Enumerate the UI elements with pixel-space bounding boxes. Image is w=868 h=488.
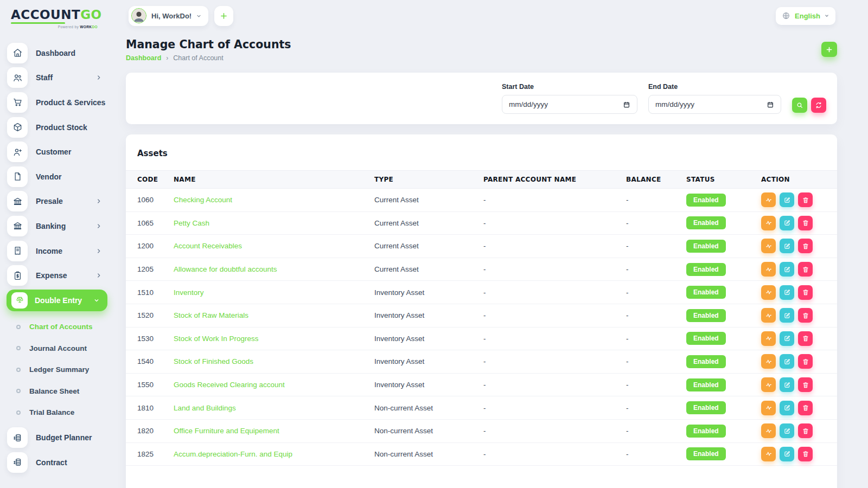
account-name-link[interactable]: Account Receivables <box>174 235 374 258</box>
sidebar-item-product-stock[interactable]: Product Stock <box>0 115 115 140</box>
submenu-item-journal-account[interactable]: Journal Account <box>0 337 115 359</box>
start-date-input[interactable]: mm/dd/yyyy <box>502 95 637 114</box>
account-name-link[interactable]: Office Furniture and Equipement <box>174 419 374 442</box>
edit-button[interactable] <box>780 423 794 438</box>
account-name-link[interactable]: Land and Buildings <box>174 396 374 420</box>
table-row: 1065Petty CashCurrent Asset--Enabled <box>126 211 837 235</box>
account-name-link[interactable]: Checking Account <box>174 189 374 212</box>
table-row: 1060Checking AccountCurrent Asset--Enabl… <box>126 189 837 212</box>
sidebar-item-staff[interactable]: Staff <box>0 66 115 91</box>
delete-button[interactable] <box>798 447 813 461</box>
quick-add-button[interactable] <box>214 6 233 26</box>
refresh-icon <box>815 101 822 109</box>
edit-button[interactable] <box>780 262 794 277</box>
search-button[interactable] <box>792 98 807 113</box>
delete-button[interactable] <box>798 308 813 323</box>
edit-button[interactable] <box>780 354 794 369</box>
sidebar-item-label: Customer <box>36 147 71 156</box>
language-selector[interactable]: English <box>776 7 835 25</box>
cell-parent: - <box>483 258 626 281</box>
edit-button[interactable] <box>780 401 794 415</box>
activity-button[interactable] <box>761 423 776 438</box>
activity-button[interactable] <box>761 216 776 230</box>
end-date-input[interactable]: mm/dd/yyyy <box>648 95 781 114</box>
trash-icon <box>802 312 809 319</box>
calendar-icon[interactable] <box>623 101 630 108</box>
cell-status: Enabled <box>686 235 761 258</box>
sidebar-item-double-entry[interactable]: Double Entry <box>7 290 107 311</box>
activity-button[interactable] <box>761 192 776 207</box>
submenu-item-balance-sheet[interactable]: Balance Sheet <box>0 380 115 402</box>
delete-button[interactable] <box>798 262 813 277</box>
edit-button[interactable] <box>780 239 794 253</box>
sidebar-item-label: Vendor <box>36 172 61 181</box>
cell-status: Enabled <box>686 419 761 442</box>
edit-button[interactable] <box>780 331 794 346</box>
delete-button[interactable] <box>798 377 813 392</box>
delete-button[interactable] <box>798 401 813 415</box>
edit-button[interactable] <box>780 377 794 392</box>
cell-code: 1810 <box>126 396 174 420</box>
delete-button[interactable] <box>798 239 813 253</box>
status-badge: Enabled <box>686 378 726 391</box>
account-name-link[interactable]: Stock of Work In Progress <box>174 327 374 350</box>
breadcrumb-dashboard-link[interactable]: Dashboard <box>126 54 161 62</box>
sidebar-item-product-services[interactable]: Product & Services <box>0 90 115 115</box>
sidebar-item-customer[interactable]: Customer <box>0 139 115 164</box>
submenu-item-ledger-summary[interactable]: Ledger Summary <box>0 359 115 381</box>
cell-status: Enabled <box>686 327 761 350</box>
activity-button[interactable] <box>761 401 776 415</box>
user-menu[interactable]: Hi, WorkDo! <box>129 6 208 26</box>
sidebar-item-label: Expense <box>36 271 67 280</box>
search-icon <box>796 101 803 109</box>
activity-button[interactable] <box>761 262 776 277</box>
reset-button[interactable] <box>811 98 826 113</box>
table-row: 1825Accum.depreciation-Furn. and EquipNo… <box>126 442 837 466</box>
account-name-link[interactable]: Inventory <box>174 281 374 304</box>
coins-icon <box>7 452 28 473</box>
delete-button[interactable] <box>798 354 813 369</box>
section-title: Assets <box>126 134 837 170</box>
cell-action <box>761 442 837 466</box>
account-name-link[interactable]: Stock of Finished Goods <box>174 350 374 374</box>
activity-button[interactable] <box>761 447 776 461</box>
activity-button[interactable] <box>761 331 776 346</box>
delete-button[interactable] <box>798 331 813 346</box>
sidebar-item-contract[interactable]: Contract <box>0 450 115 475</box>
sidebar-item-income[interactable]: Income <box>0 239 115 264</box>
activity-button[interactable] <box>761 354 776 369</box>
edit-button[interactable] <box>780 192 794 207</box>
sidebar-item-vendor[interactable]: Vendor <box>0 164 115 189</box>
edit-button[interactable] <box>780 216 794 230</box>
edit-button[interactable] <box>780 308 794 323</box>
delete-button[interactable] <box>798 192 813 207</box>
sidebar-item-expense[interactable]: Expense <box>0 263 115 288</box>
cell-code: 1820 <box>126 419 174 442</box>
edit-button[interactable] <box>780 285 794 300</box>
sidebar-item-label: Dashboard <box>36 49 75 57</box>
edit-icon <box>783 335 791 342</box>
sidebar-item-banking[interactable]: Banking <box>0 214 115 239</box>
add-account-button[interactable] <box>821 42 837 57</box>
account-name-link[interactable]: Stock of Raw Materials <box>174 304 374 327</box>
submenu-item-trial-balance[interactable]: Trial Balance <box>0 402 115 423</box>
delete-button[interactable] <box>798 216 813 230</box>
activity-button[interactable] <box>761 377 776 392</box>
account-name-link[interactable]: Allowance for doubtful accounts <box>174 258 374 281</box>
account-name-link[interactable]: Goods Received Clearing account <box>174 373 374 396</box>
delete-button[interactable] <box>798 285 813 300</box>
account-name-link[interactable]: Accum.depreciation-Furn. and Equip <box>174 442 374 466</box>
activity-button[interactable] <box>761 239 776 253</box>
calendar-icon[interactable] <box>767 101 774 108</box>
activity-button[interactable] <box>761 308 776 323</box>
account-name-link[interactable]: Petty Cash <box>174 211 374 235</box>
delete-button[interactable] <box>798 423 813 438</box>
edit-button[interactable] <box>780 447 794 461</box>
edit-icon <box>783 312 791 319</box>
activity-button[interactable] <box>761 285 776 300</box>
sidebar-item-budget-planner[interactable]: Budget Planner <box>0 425 115 450</box>
sidebar-item-dashboard[interactable]: Dashboard <box>0 41 115 66</box>
cell-type: Inventory Asset <box>374 304 483 327</box>
sidebar-item-presale[interactable]: Presale <box>0 189 115 214</box>
submenu-item-chart-of-accounts[interactable]: Chart of Accounts <box>0 316 115 338</box>
